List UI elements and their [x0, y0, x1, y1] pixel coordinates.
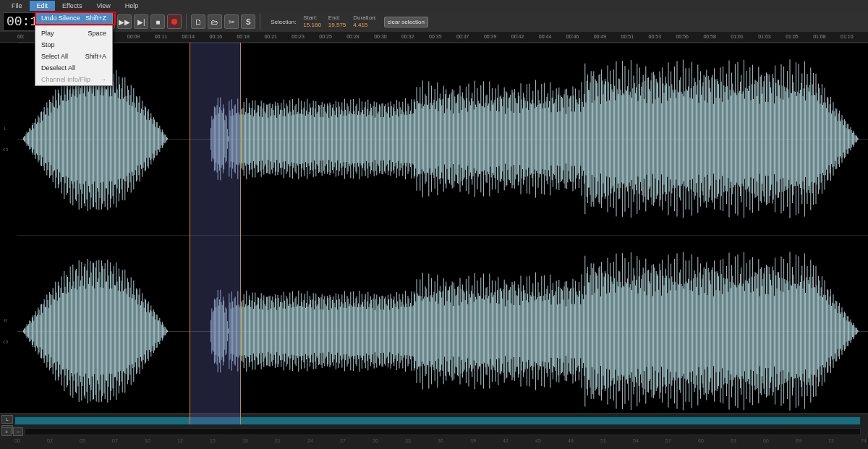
ruler-tick: 00:56 — [676, 34, 689, 39]
bottom-tick: 30 — [373, 438, 378, 443]
ruler-tick: 00:58 — [703, 34, 716, 39]
end-label: End: — [328, 14, 340, 22]
stop-icon: ■ — [156, 18, 160, 26]
bottom-tick: 36 — [438, 438, 443, 443]
bottom-tick: 15 — [210, 438, 216, 443]
ruler-tick: 00:21 — [264, 34, 277, 39]
channel-label-right: Rch — [3, 318, 8, 344]
bottom-tick: 63 — [731, 438, 736, 443]
bottom-tick: 60 — [698, 438, 704, 443]
ruler-tick: 00:30 — [374, 34, 387, 39]
letter-S-icon: S — [246, 18, 251, 26]
start-value: 15.160 — [303, 22, 320, 29]
new-button[interactable]: 🗋 — [191, 14, 205, 29]
ruler-tick: 00:46 — [566, 34, 579, 39]
ruler-tick: 00:11 — [155, 34, 168, 39]
bottom-tick: 12 — [177, 438, 183, 443]
ruler-tick: 00: — [17, 34, 25, 39]
bottom-tick: 07 — [112, 438, 118, 443]
bottom-tick: 00 — [14, 438, 20, 443]
fast-forward-icon: ▶▶ — [119, 18, 130, 26]
channel-label-left: Lch — [3, 126, 8, 152]
menu-item-stop[interactable]: Stop — [35, 39, 112, 51]
zoom-out-button[interactable]: − — [13, 427, 23, 436]
bottom-tick: 66 — [763, 438, 769, 443]
ruler-tick: 00:37 — [456, 34, 469, 39]
ruler-tick: 00:09 — [127, 34, 140, 39]
start-label: Start: — [303, 14, 317, 22]
ruler-tick: 00:53 — [649, 34, 662, 39]
menu-item-undo[interactable]: Undo SilenceShift+Z — [35, 12, 112, 24]
duration-value: 4.415 — [353, 22, 367, 29]
open-icon: 🗁 — [211, 18, 218, 26]
fast-forward-button[interactable]: ▶▶ — [117, 14, 132, 29]
end-value: 19.575 — [328, 22, 346, 29]
bottom-tick: 05 — [80, 438, 85, 443]
ruler-tick: 01:03 — [758, 34, 771, 39]
record-icon — [171, 19, 177, 25]
ruler-tick: 00:42 — [511, 34, 524, 39]
ruler-tick: 00:44 — [539, 34, 552, 39]
ruler-tick: 00:49 — [594, 34, 607, 39]
menu-file[interactable]: File — [4, 1, 30, 11]
toolbar: 00:1 ❚❚|◀◀◀▶▶▶▶|■ 🗋🗁✂S Selection: Start:… — [0, 12, 868, 32]
bottom-tick: 18 — [242, 438, 248, 443]
menu-edit[interactable]: Edit — [30, 1, 56, 11]
waveform-left — [17, 43, 868, 234]
ruler-tick: 01:05 — [786, 34, 799, 39]
selection-label: Selection: — [271, 19, 296, 25]
ruler-tick: 00:23 — [292, 34, 305, 39]
bottom-panel: LR +− 0002050710121518212427303336394245… — [0, 413, 868, 449]
divider — [260, 14, 260, 30]
menu-item-select-all[interactable]: Select AllShift+A — [35, 51, 112, 62]
zoom-in-button[interactable]: + — [1, 427, 12, 436]
menu-item-deselect-all[interactable]: Deselect All — [35, 62, 112, 74]
record-button[interactable] — [167, 14, 182, 29]
bottom-tick: 27 — [340, 438, 346, 443]
bottom-tick: 57 — [665, 438, 671, 443]
edit-menu-dropdown: Undo SilenceShift+ZPlaySpaceStopSelect A… — [35, 12, 113, 86]
cut-button[interactable]: ✂ — [224, 14, 239, 29]
overview-viewport[interactable] — [15, 417, 860, 424]
waveform-right — [17, 236, 868, 427]
bottom-tick: 10 — [145, 438, 150, 443]
menu-item-play[interactable]: PlaySpace — [35, 27, 112, 39]
menu-item-channel-info-flip: Channel Info/Flip→ — [35, 74, 112, 85]
bottom-tick: 69 — [796, 438, 801, 443]
overview-scrollbar[interactable] — [14, 416, 861, 425]
menubar: FileEditEffectsViewHelp — [0, 0, 868, 12]
play-end-button[interactable]: ▶| — [134, 14, 148, 29]
ruler-tick: 01:08 — [813, 34, 826, 39]
waveform-area[interactable]: Lch Rch — [0, 43, 868, 424]
ruler-tick: 00:16 — [210, 34, 223, 39]
clear-selection-button[interactable]: clear selection — [384, 17, 428, 27]
channel-right[interactable]: Rch — [17, 235, 868, 427]
ruler-tick: 00:25 — [319, 34, 332, 39]
ruler-tick: 01:10 — [841, 34, 854, 39]
time-ruler[interactable]: 00:00:0200:0400:0700:0900:1100:1400:1600… — [0, 32, 868, 43]
selection-info: Selection: Start:15.160 End:19.575 Durat… — [271, 14, 428, 29]
open-button[interactable]: 🗁 — [208, 14, 222, 29]
new-icon: 🗋 — [195, 18, 202, 26]
menu-effects[interactable]: Effects — [55, 1, 89, 11]
bottom-tick: 39 — [470, 438, 476, 443]
bottom-ruler: 0002050710121518212427303336394245485154… — [14, 438, 861, 447]
ruler-tick: 00:28 — [346, 34, 359, 39]
zoom-slider[interactable] — [25, 428, 861, 435]
ruler-tick: 00:51 — [621, 34, 634, 39]
ruler-tick: 00:35 — [429, 34, 442, 39]
letter-S-button[interactable]: S — [241, 14, 255, 29]
bottom-tick: 74 — [861, 438, 867, 443]
bottom-tick: 21 — [275, 438, 281, 443]
menu-help[interactable]: Help — [118, 1, 146, 11]
channel-toggle-l[interactable]: L — [1, 415, 13, 424]
channel-left[interactable]: Lch — [17, 43, 868, 234]
ruler-tick: 00:39 — [484, 34, 497, 39]
play-end-icon: ▶| — [137, 18, 145, 26]
bottom-tick: 54 — [633, 438, 639, 443]
duration-label: Duration: — [353, 14, 376, 22]
stop-button[interactable]: ■ — [150, 14, 165, 29]
menu-view[interactable]: View — [89, 1, 117, 11]
bottom-tick: 48 — [568, 438, 574, 443]
bottom-tick: 51 — [600, 438, 606, 443]
